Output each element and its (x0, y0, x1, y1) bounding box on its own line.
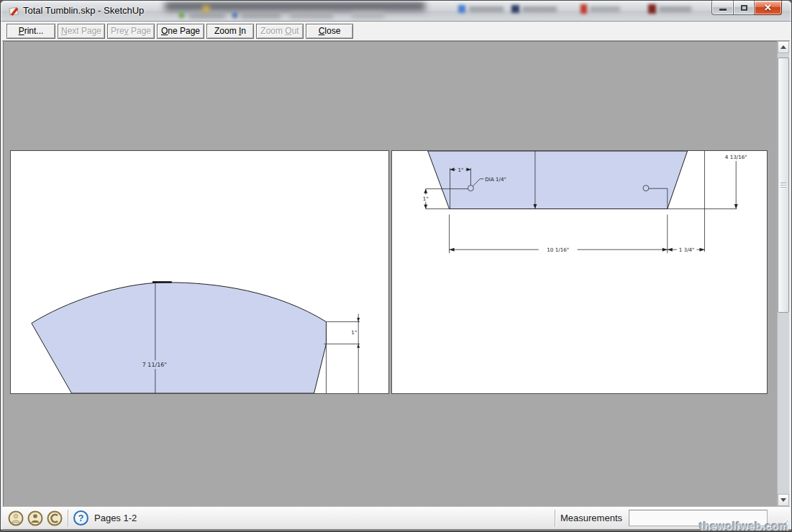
title-bar[interactable]: Total Tumblin.skp - SketchUp ✕ (1, 1, 791, 22)
page2-hole-diameter-label: DIA 1/4" (485, 176, 506, 183)
zoom-out-button[interactable]: Zoom Out (256, 24, 304, 39)
scroll-up-button[interactable] (778, 41, 789, 53)
thumb-grip-icon (780, 183, 786, 188)
scrollbar-thumb[interactable] (778, 58, 789, 313)
next-page-button[interactable]: Next Page (58, 24, 105, 39)
print-button[interactable]: Print... (6, 24, 55, 39)
page2-right-height-dimension: 4 13/16" (725, 154, 747, 160)
status-bar: ? Pages 1-2 Measurements (2, 506, 790, 529)
person-light-icon[interactable] (8, 510, 24, 526)
measurements-label: Measurements (560, 513, 629, 523)
window-title: Total Tumblin.skp - SketchUp (23, 1, 144, 21)
page2-bottom-width-dimension: 10 1/16" (547, 247, 569, 253)
vertical-scrollbar[interactable] (777, 41, 789, 506)
page2-drawing: 10 1/16" 1 3/4" 1" 1" 4 13/16" DIA 1/4" (392, 151, 767, 393)
page2-bottom-side-dimension: 1 3/4" (679, 247, 695, 253)
page2-edge-height-dimension: 1" (423, 196, 429, 202)
letter-c-icon[interactable] (47, 510, 63, 526)
maximize-icon (741, 5, 747, 11)
window-bottom-edge (1, 529, 791, 531)
one-page-button[interactable]: One Page (157, 24, 204, 39)
preview-area[interactable]: 7 11/16" 1" (3, 41, 789, 506)
minimize-button[interactable] (711, 1, 734, 15)
prev-page-button[interactable]: Prev Page (107, 24, 155, 39)
minimize-icon (719, 9, 727, 11)
zoom-in-button[interactable]: Zoom In (206, 24, 254, 39)
help-icon[interactable]: ? (73, 510, 88, 526)
maximize-button[interactable] (734, 1, 755, 15)
close-button[interactable]: ✕ (755, 1, 782, 15)
arrow-up-icon (780, 45, 786, 49)
print-preview-toolbar: Print... Next Page Prev Page One Page Zo… (2, 22, 790, 41)
person-dark-icon[interactable] (27, 510, 43, 526)
close-preview-button[interactable]: Close (306, 24, 353, 39)
preview-page-1[interactable]: 7 11/16" 1" (10, 150, 389, 394)
arrow-down-icon (780, 498, 786, 502)
trapezoid-panel-shape (428, 151, 688, 209)
scroll-down-button[interactable] (778, 494, 789, 506)
preview-page-2[interactable]: 10 1/16" 1 3/4" 1" 1" 4 13/16" DIA 1/4" (391, 150, 768, 394)
statusbar-separator-right (555, 510, 555, 527)
page1-drawing: 7 11/16" 1" (11, 151, 388, 393)
pages-indicator: Pages 1-2 (94, 513, 137, 523)
window-controls: ✕ (711, 1, 782, 15)
status-icons (8, 510, 63, 526)
arched-panel-shape (32, 283, 327, 393)
page1-height-dimension: 7 11/16" (142, 362, 167, 368)
statusbar-separator (68, 510, 68, 527)
close-icon: ✕ (764, 3, 772, 12)
page2-hole-inset-dimension: 1" (458, 167, 464, 173)
watermark: thewolfweb.com (699, 520, 788, 532)
print-preview-window: Total Tumblin.skp - SketchUp ✕ Print... … (0, 0, 792, 532)
page1-notch-dimension: 1" (351, 329, 357, 336)
sketchup-icon[interactable] (8, 5, 20, 17)
